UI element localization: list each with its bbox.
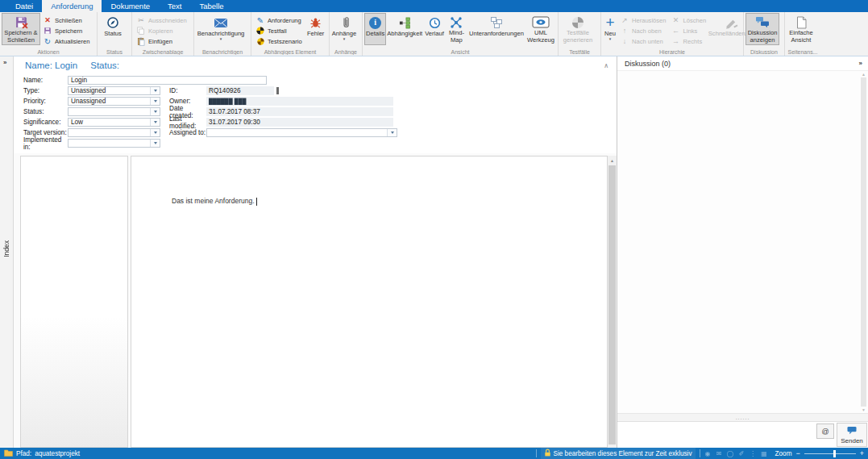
implemented-in-dropdown[interactable]	[68, 139, 160, 148]
editor-document[interactable]: Das ist meine Anforderung.	[131, 156, 608, 448]
nach-unten-label: Nach unten	[632, 38, 663, 45]
rechts-button: → Rechts	[669, 36, 709, 46]
dropdown-arrow-icon[interactable]	[150, 119, 160, 126]
dependent-anforderung-button[interactable]: ✎ Anforderung	[253, 15, 305, 25]
editor-scrollbar-thumb[interactable]	[608, 165, 616, 444]
index-sidebar-collapsed[interactable]: » Index	[0, 56, 14, 448]
dropdown-arrow-icon[interactable]	[150, 140, 160, 147]
name-input[interactable]	[68, 76, 267, 85]
scroll-up-icon[interactable]: ▲	[862, 72, 866, 77]
scissors-icon: ✂	[136, 16, 146, 24]
assigned-to-dropdown[interactable]	[206, 128, 397, 137]
type-dropdown[interactable]: Unassigned	[68, 86, 160, 95]
zoom-slider[interactable]	[804, 453, 856, 454]
dropdown-arrow-icon: ▾	[609, 38, 612, 40]
zoom-label: Zoom	[775, 450, 792, 457]
discussion-splitter-handle[interactable]: ......	[617, 413, 868, 421]
send-button[interactable]: Senden	[837, 423, 867, 447]
unteranforderungen-button[interactable]: Unteranforderungen	[467, 13, 525, 45]
status-dropdown[interactable]	[68, 107, 160, 116]
verlauf-button[interactable]: Verlauf	[423, 13, 446, 45]
splitter-dots: ......	[736, 416, 750, 419]
fehler-button[interactable]: Fehler	[305, 13, 327, 45]
ribbon-group-abhaengiges-element: ✎ Anforderung Testfall Testszenario Fehl…	[251, 12, 330, 56]
dropdown-arrow-icon[interactable]	[150, 87, 160, 94]
details-button[interactable]: i Details	[364, 13, 386, 45]
index-sidebar-label: Index	[2, 240, 10, 257]
tab-tabelle[interactable]: Tabelle	[191, 0, 233, 12]
paste-button[interactable]: Einfügen	[134, 36, 189, 46]
diskussion-anzeigen-button[interactable]: Diskussion anzeigen	[745, 13, 779, 45]
discussion-panel: Diskussion (0) » ▲ ▼ ...... @ Senden	[617, 56, 868, 448]
einfache-ansicht-button[interactable]: Einfache Ansicht	[787, 13, 816, 45]
uml-werkzeug-button[interactable]: UML Werkzeug	[525, 13, 556, 45]
editor-style-panel[interactable]	[20, 156, 128, 448]
dropdown-arrow-icon[interactable]	[150, 108, 160, 115]
group-label-status: Status	[98, 49, 131, 55]
herausloesen-label: Herauslösen	[632, 17, 667, 24]
requirement-editor-column: Name: Login Status: ∧ Name: Type: Unassi…	[14, 56, 617, 448]
dropdown-arrow-icon[interactable]	[387, 129, 397, 136]
expand-sidebar-icon[interactable]: »	[3, 59, 6, 66]
notification-button[interactable]: Benachrichtigung ▾	[196, 13, 246, 45]
tab-datei[interactable]: Datei	[6, 0, 42, 12]
zoom-slider-thumb[interactable]	[833, 450, 836, 457]
target-version-dropdown[interactable]	[68, 128, 160, 137]
attachments-button[interactable]: Anhänge ▾	[331, 13, 357, 45]
zoom-in-button[interactable]: +	[860, 449, 864, 457]
last-modified-field: 31.07.2017 09:30	[206, 118, 393, 127]
save-button[interactable]: Speichern	[40, 26, 92, 35]
scroll-up-icon[interactable]: ▲	[608, 156, 617, 165]
group-label-seitenansicht: Seitenans...	[785, 49, 820, 55]
testfall-icon	[255, 27, 265, 35]
dependent-testszenario-button[interactable]: Testszenario	[253, 36, 305, 46]
abhaengigkeit-button[interactable]: Abhängigkeit	[386, 13, 423, 45]
status-button[interactable]: Status	[99, 13, 127, 45]
save-icon	[43, 27, 52, 35]
path-value: aquatestprojekt	[35, 450, 80, 457]
implemented-in-label: Implemented in:	[23, 136, 68, 151]
statusbar-divider	[700, 449, 700, 457]
message-input[interactable]	[617, 422, 816, 448]
collapse-form-icon[interactable]: ∧	[604, 62, 608, 69]
form-title-name: Name: Login	[25, 61, 77, 70]
close-button[interactable]: ✕ Schließen	[40, 15, 92, 25]
mindmap-button[interactable]: Mind-Map	[446, 13, 467, 45]
editor-scrollbar[interactable]: ▲	[608, 156, 617, 448]
save-and-close-button[interactable]: Speichern & Schließen	[2, 13, 40, 45]
status-list-icon: ⋮	[750, 450, 757, 457]
neu-button[interactable]: + Neu ▾	[603, 13, 617, 45]
dropdown-arrow-icon[interactable]	[150, 129, 160, 136]
plus-icon: +	[605, 16, 614, 29]
send-label: Senden	[841, 437, 863, 444]
tab-anforderung[interactable]: Anforderung	[42, 0, 102, 12]
generate-testcases-pie-icon	[571, 15, 584, 29]
zoom-out-button[interactable]: −	[795, 449, 799, 457]
significance-field-label: Significance:	[23, 119, 68, 126]
discussion-scrollbar-thumb[interactable]	[861, 77, 866, 407]
scroll-down-icon[interactable]: ▼	[862, 407, 866, 412]
move-right-icon: →	[671, 37, 681, 45]
refresh-button[interactable]: ↻ Aktualisieren	[40, 36, 92, 46]
pen-icon: ✎	[255, 16, 265, 25]
mention-button[interactable]: @	[816, 424, 834, 439]
copy-label: Kopieren	[148, 27, 172, 35]
uml-eye-icon	[532, 15, 550, 29]
cut-button: ✂ Ausschneiden	[134, 15, 189, 25]
significance-dropdown[interactable]: Low	[68, 118, 160, 127]
details-label: Details	[366, 31, 384, 38]
dependent-testfall-button[interactable]: Testfall	[253, 26, 305, 35]
dependency-icon	[399, 15, 411, 30]
tab-dokumente[interactable]: Dokumente	[102, 0, 159, 12]
dropdown-arrow-icon[interactable]	[150, 98, 160, 105]
discussion-list: ▲ ▼	[617, 70, 868, 413]
group-label-abhaengiges-element: Abhängiges Element	[251, 49, 329, 55]
fehler-label: Fehler	[307, 31, 325, 38]
priority-dropdown[interactable]: Unassigned	[68, 97, 160, 106]
paperclip-icon	[339, 15, 349, 30]
collapse-discussion-icon[interactable]: »	[859, 60, 862, 67]
tab-text[interactable]: Text	[159, 0, 190, 12]
last-modified-label: Last modified:	[169, 115, 206, 130]
discussion-scrollbar[interactable]: ▲ ▼	[860, 72, 867, 412]
cut-label: Ausschneiden	[148, 17, 187, 24]
